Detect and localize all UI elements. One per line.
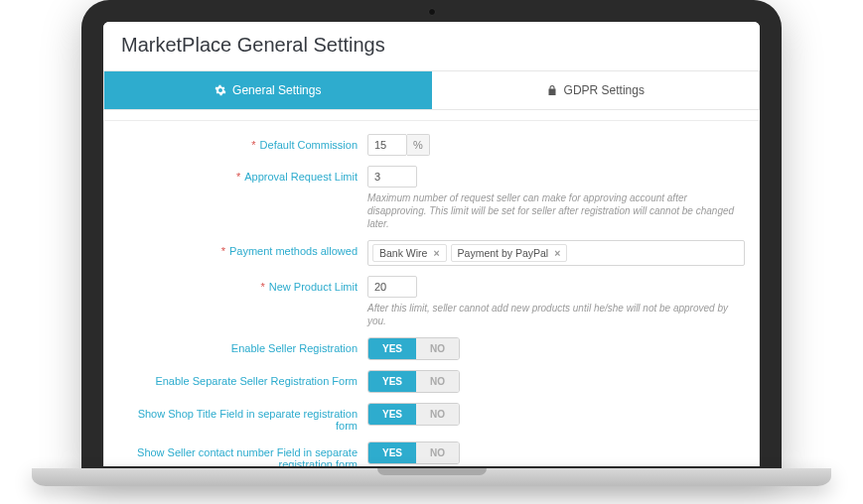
laptop-mockup: MarketPlace General Settings General Set… [81, 0, 782, 486]
remove-tag-icon[interactable]: × [554, 247, 560, 259]
laptop-base [32, 468, 831, 486]
row-default-commission: *Default Commission % [104, 129, 759, 161]
payment-tag: Bank Wire × [372, 244, 447, 262]
tabs: General Settings GDPR Settings [103, 70, 760, 110]
row-toggle-enable-seller-registration: Enable Seller Registration YES NO [104, 332, 759, 365]
toggle-shop-title-field[interactable]: YES NO [367, 403, 460, 426]
required-marker: * [260, 281, 264, 293]
page-title: MarketPlace General Settings [121, 34, 742, 57]
remove-tag-icon[interactable]: × [433, 247, 439, 259]
label-toggle: Show Seller contact number Field in sepa… [114, 441, 367, 466]
tab-general-label: General Settings [232, 83, 321, 97]
approval-limit-input[interactable] [367, 166, 417, 188]
toggle-no[interactable]: NO [416, 404, 459, 425]
label-default-commission: *Default Commission [114, 134, 367, 151]
toggle-enable-seller-registration[interactable]: YES NO [367, 337, 460, 360]
settings-panel: *Default Commission % *Approval Request … [103, 120, 760, 466]
tab-general-settings[interactable]: General Settings [104, 71, 432, 109]
payment-tag: Payment by PayPal × [451, 244, 568, 262]
label-toggle: Show Shop Title Field in separate regist… [114, 403, 367, 432]
label-approval-limit: *Approval Request Limit [114, 166, 367, 183]
app-screen: MarketPlace General Settings General Set… [103, 22, 760, 466]
required-marker: * [221, 245, 225, 257]
commission-unit: % [407, 134, 430, 156]
laptop-frame: MarketPlace General Settings General Set… [81, 0, 782, 476]
default-commission-input[interactable] [367, 134, 407, 156]
tab-gdpr-label: GDPR Settings [564, 83, 645, 97]
row-toggle-shop-title-field: Show Shop Title Field in separate regist… [104, 398, 759, 437]
row-approval-limit: *Approval Request Limit Maximum number o… [104, 161, 759, 235]
new-product-limit-help: After this limit, seller cannot add new … [367, 302, 749, 327]
lock-icon [546, 84, 558, 96]
label-new-product-limit: *New Product Limit [114, 276, 367, 293]
row-new-product-limit: *New Product Limit After this limit, sel… [104, 271, 759, 332]
new-product-limit-input[interactable] [367, 276, 417, 298]
payment-tag-label: Bank Wire [379, 247, 427, 259]
approval-limit-help: Maximum number of request seller can mak… [367, 191, 749, 230]
toggle-no[interactable]: NO [416, 338, 459, 359]
camera-dot [428, 8, 436, 16]
tab-gdpr-settings[interactable]: GDPR Settings [432, 71, 760, 109]
row-toggle-separate-registration-form: Enable Separate Seller Registration Form… [104, 365, 759, 398]
toggle-yes[interactable]: YES [368, 338, 416, 359]
row-toggle-seller-contact-number: Show Seller contact number Field in sepa… [104, 437, 759, 466]
toggle-no[interactable]: NO [416, 442, 459, 463]
payment-tag-label: Payment by PayPal [458, 247, 549, 259]
payment-methods-tagbox[interactable]: Bank Wire × Payment by PayPal × [367, 240, 745, 266]
toggle-no[interactable]: NO [416, 371, 459, 392]
label-toggle: Enable Separate Seller Registration Form [114, 370, 367, 387]
toggle-seller-contact-number[interactable]: YES NO [367, 441, 460, 464]
toggle-yes[interactable]: YES [368, 371, 416, 392]
gear-icon [215, 84, 226, 96]
label-toggle: Enable Seller Registration [114, 337, 367, 354]
row-payment-methods: *Payment methods allowed Bank Wire × Pay… [104, 235, 759, 271]
required-marker: * [236, 171, 240, 183]
toggle-yes[interactable]: YES [368, 442, 416, 463]
toggle-yes[interactable]: YES [368, 404, 416, 425]
toggle-separate-registration-form[interactable]: YES NO [367, 370, 460, 393]
label-payment-methods: *Payment methods allowed [114, 240, 367, 257]
required-marker: * [251, 139, 255, 151]
